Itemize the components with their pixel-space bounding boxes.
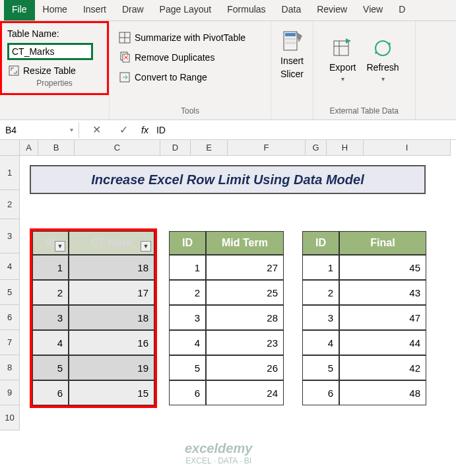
summarize-pivottable-button[interactable]: Summarize with PivotTable bbox=[116, 28, 264, 48]
name-box[interactable]: B4 ▾ bbox=[0, 122, 79, 138]
table-cell[interactable]: 1 bbox=[169, 255, 206, 280]
col-header-H[interactable]: H bbox=[327, 140, 364, 156]
table-row: 145 bbox=[302, 255, 426, 280]
table-cell[interactable]: 15 bbox=[69, 380, 154, 405]
table-cell[interactable]: 18 bbox=[69, 305, 154, 330]
tab-page-layout[interactable]: Page Layout bbox=[152, 0, 220, 20]
row-header-6[interactable]: 6 bbox=[0, 305, 20, 330]
table-cell[interactable]: 28 bbox=[206, 305, 284, 330]
convert-to-range-button[interactable]: Convert to Range bbox=[116, 67, 264, 87]
table-header-cell[interactable]: Final bbox=[339, 231, 426, 255]
table-row: 423 bbox=[169, 330, 284, 355]
ribbon-tabs: FileHomeInsertDrawPage LayoutFormulasDat… bbox=[0, 0, 456, 21]
table-cell[interactable]: 47 bbox=[339, 305, 426, 330]
table-row: 328 bbox=[169, 305, 284, 330]
table-cell[interactable]: 3 bbox=[32, 305, 69, 330]
table-cell[interactable]: 5 bbox=[302, 355, 339, 380]
table-cell[interactable]: 2 bbox=[302, 280, 339, 305]
table-cell[interactable]: 42 bbox=[339, 355, 426, 380]
table-row: 118 bbox=[32, 255, 154, 280]
resize-table-button[interactable]: Resize Table bbox=[7, 63, 102, 79]
table-cell[interactable]: 2 bbox=[169, 280, 206, 305]
col-header-F[interactable]: F bbox=[228, 140, 306, 156]
tab-file[interactable]: File bbox=[4, 0, 35, 20]
row-header-3[interactable]: 3 bbox=[0, 219, 20, 254]
col-header-A[interactable]: A bbox=[20, 140, 38, 156]
table-cell[interactable]: 48 bbox=[339, 380, 426, 405]
row-header-7[interactable]: 7 bbox=[0, 330, 20, 355]
ct-marks-table: ID▼CT Mark▼118217318416519615 bbox=[30, 228, 157, 408]
table-header-cell[interactable]: ID bbox=[169, 231, 206, 255]
chevron-down-icon: ▾ bbox=[341, 75, 344, 83]
tab-draw[interactable]: Draw bbox=[114, 0, 152, 20]
refresh-button[interactable]: Refresh ▾ bbox=[364, 34, 401, 85]
col-header-C[interactable]: C bbox=[75, 140, 160, 156]
table-header-cell[interactable]: ID bbox=[302, 231, 339, 255]
row-header-4[interactable]: 4 bbox=[0, 254, 20, 280]
title-merged-cell: Increase Excel Row Limit Using Data Mode… bbox=[30, 165, 426, 194]
tab-insert[interactable]: Insert bbox=[75, 0, 114, 20]
table-cell[interactable]: 4 bbox=[169, 330, 206, 355]
table-cell[interactable]: 3 bbox=[302, 305, 339, 330]
table-cell[interactable]: 1 bbox=[32, 255, 69, 280]
table-cell[interactable]: 23 bbox=[206, 330, 284, 355]
tab-data[interactable]: Data bbox=[274, 0, 309, 20]
table-cell[interactable]: 6 bbox=[302, 380, 339, 405]
tab-d[interactable]: D bbox=[391, 0, 413, 20]
filter-dropdown-icon[interactable]: ▼ bbox=[55, 241, 65, 252]
table-cell[interactable]: 1 bbox=[302, 255, 339, 280]
remove-duplicates-button[interactable]: Remove Duplicates bbox=[116, 48, 264, 67]
col-header-G[interactable]: G bbox=[306, 140, 327, 156]
table-cell[interactable]: 2 bbox=[32, 280, 69, 305]
col-header-B[interactable]: B bbox=[38, 140, 75, 156]
table-cell[interactable]: 18 bbox=[69, 255, 154, 280]
table-cell[interactable]: 17 bbox=[69, 280, 154, 305]
tab-home[interactable]: Home bbox=[35, 0, 75, 20]
table-cell[interactable]: 4 bbox=[302, 330, 339, 355]
table-cell[interactable]: 16 bbox=[69, 330, 154, 355]
table-cell[interactable]: 4 bbox=[32, 330, 69, 355]
table-cell[interactable]: 5 bbox=[169, 355, 206, 380]
cancel-icon[interactable]: ✕ bbox=[87, 123, 106, 136]
table-cell[interactable]: 6 bbox=[32, 380, 69, 405]
convert-icon bbox=[119, 71, 131, 83]
col-header-I[interactable]: I bbox=[364, 140, 451, 156]
export-button[interactable]: Export ▾ bbox=[327, 34, 358, 85]
row-header-8[interactable]: 8 bbox=[0, 355, 20, 380]
table-cell[interactable]: 5 bbox=[32, 355, 69, 380]
row-header-9[interactable]: 9 bbox=[0, 380, 20, 405]
table-cell[interactable]: 27 bbox=[206, 255, 284, 280]
table-row: 347 bbox=[302, 305, 426, 330]
table-cell[interactable]: 3 bbox=[169, 305, 206, 330]
filter-dropdown-icon[interactable]: ▼ bbox=[141, 241, 151, 252]
col-header-D[interactable]: D bbox=[160, 140, 191, 156]
table-row: 318 bbox=[32, 305, 154, 330]
tab-review[interactable]: Review bbox=[309, 0, 355, 20]
table-header-cell[interactable]: Mid Term bbox=[206, 231, 284, 255]
col-header-E[interactable]: E bbox=[191, 140, 228, 156]
table-cell[interactable]: 43 bbox=[339, 280, 426, 305]
row-header-10[interactable]: 10 bbox=[0, 405, 20, 430]
table-cell[interactable]: 6 bbox=[169, 380, 206, 405]
table-name-input[interactable] bbox=[7, 43, 93, 60]
check-icon[interactable]: ✓ bbox=[114, 123, 133, 136]
table-cell[interactable]: 19 bbox=[69, 355, 154, 380]
insert-slicer-button[interactable]: Insert Slicer bbox=[278, 28, 306, 82]
tab-view[interactable]: View bbox=[355, 0, 391, 20]
table-header-cell[interactable]: ID▼ bbox=[32, 231, 69, 255]
properties-label: Properties bbox=[7, 79, 102, 90]
table-cell[interactable]: 24 bbox=[206, 380, 284, 405]
svg-rect-0 bbox=[9, 66, 18, 75]
table-cell[interactable]: 26 bbox=[206, 355, 284, 380]
table-cell[interactable]: 45 bbox=[339, 255, 426, 280]
fx-icon[interactable]: fx bbox=[141, 125, 148, 135]
row-header-5[interactable]: 5 bbox=[0, 280, 20, 305]
table-cell[interactable]: 44 bbox=[339, 330, 426, 355]
row-header-2[interactable]: 2 bbox=[0, 190, 20, 219]
row-header-1[interactable]: 1 bbox=[0, 156, 20, 190]
table-header-cell[interactable]: CT Mark▼ bbox=[69, 231, 154, 255]
formula-input[interactable]: ID bbox=[156, 125, 166, 135]
table-cell[interactable]: 25 bbox=[206, 280, 284, 305]
select-all-corner[interactable] bbox=[0, 140, 20, 156]
tab-formulas[interactable]: Formulas bbox=[219, 0, 273, 20]
